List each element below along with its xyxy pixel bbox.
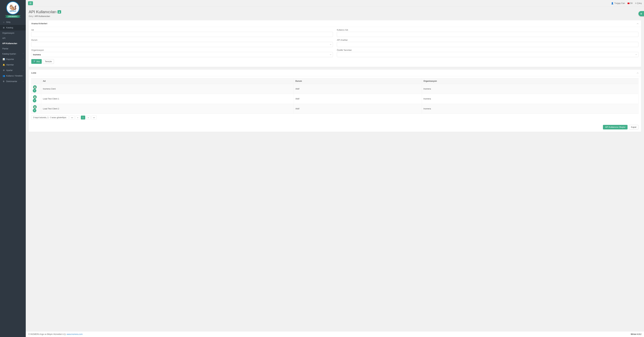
sidebar-item-organization[interactable]: Organizasyon	[0, 30, 26, 36]
topbar-user[interactable]: 👤 Turgay Can	[611, 2, 625, 4]
sidebar-item-catalog[interactable]: ⊞ Katalog ˅	[0, 25, 26, 30]
create-api-user-button[interactable]: API Kullanıcısı Oluştur	[603, 125, 628, 129]
sidebar-item-docs[interactable]: 🗎 Dokümanlar ‹	[0, 79, 26, 84]
clear-button[interactable]: Temizle	[43, 59, 54, 64]
settings-fab-button[interactable]: ⚙	[638, 11, 644, 16]
search-button[interactable]: 🔍 Ara	[31, 59, 42, 64]
pager-first[interactable]: ««	[70, 116, 75, 119]
sidebar-item-plans[interactable]: Planlar	[0, 46, 26, 51]
cell-durum: Aktif	[294, 84, 422, 94]
breadcrumb-home[interactable]: Giriş	[29, 15, 33, 17]
search-panel-title: Arama Kriterleri	[31, 22, 47, 25]
chevron-up-icon	[637, 73, 638, 74]
svg-point-3	[59, 11, 60, 12]
breadcrumb-current: API Kullanıcıları	[34, 15, 50, 17]
list-panel-title: Liste	[31, 72, 36, 74]
select-durum[interactable]	[31, 42, 333, 47]
label-kullanici-adi: Kullanıcı Adı	[337, 29, 638, 31]
footer-version: Mirket 4.9.2	[631, 333, 642, 335]
results-table: Ad Durum Organizasyon 📋✎Inomera CientAkt…	[31, 78, 638, 114]
chevron-down-icon: ˅	[23, 27, 24, 28]
view-button[interactable]: 📋	[33, 105, 37, 109]
pencil-icon: ✎	[34, 100, 35, 102]
bell-icon: 🔔	[2, 64, 5, 66]
chevron-left-icon: ‹	[23, 58, 24, 60]
sidebar-item-api-users[interactable]: API Kullanıcıları	[0, 41, 26, 46]
label-durum: Durum	[31, 39, 333, 41]
sidebar-item-catalog-settings[interactable]: Katalog Ayarları ‹	[0, 51, 26, 56]
sidebar-label: Katalog Ayarları	[2, 53, 16, 55]
table-row: 📋✎Load Test Client 2AktifInomera	[32, 104, 638, 114]
sidebar-label: Ayarlar	[6, 69, 12, 71]
lang-label: Dil	[630, 2, 632, 4]
chevron-left-icon: ‹	[23, 75, 24, 77]
collapse-toggle[interactable]	[637, 72, 638, 74]
edit-button[interactable]: ✎	[33, 109, 36, 112]
search-button-label: Ara	[36, 60, 40, 63]
logo-area: 🐿️ PRIMARY	[0, 0, 26, 19]
collapse-toggle[interactable]	[637, 22, 638, 25]
edit-button[interactable]: ✎	[33, 89, 36, 92]
sidebar-item-home[interactable]: ⌂ Giriş	[0, 19, 26, 25]
user-name: Turgay Can	[614, 2, 625, 4]
gears-icon: ⚙	[640, 12, 642, 15]
logo-icon: 🐿️	[9, 3, 17, 11]
sidebar-item-api[interactable]: API	[0, 36, 26, 41]
close-button[interactable]: Kapat	[629, 125, 638, 129]
select-ozellik[interactable]	[337, 52, 638, 57]
menu-icon	[30, 2, 32, 4]
view-button[interactable]: 📋	[33, 85, 37, 89]
gears-icon: ⚙	[2, 69, 5, 71]
table-row: 📋✎Inomera CientAktifInomera	[32, 84, 638, 94]
pager-page-1[interactable]: 1	[81, 116, 85, 119]
col-durum: Durum	[294, 78, 422, 84]
sidebar-item-user-mgmt[interactable]: 👥 Kullanıcı Yönetimi ‹	[0, 73, 26, 79]
col-organizasyon: Organizasyon	[422, 78, 638, 84]
topbar-logout[interactable]: ⎋ Çıkış	[635, 2, 642, 4]
label-ad: Ad	[31, 29, 333, 31]
env-ribbon: PRIMARY	[7, 15, 19, 18]
label-ozellik: Özellik Tanımları	[337, 49, 638, 51]
sidebar-item-settings[interactable]: ⚙ Ayarlar ‹	[0, 67, 26, 73]
logo: 🐿️	[6, 1, 20, 15]
sidebar-label: Kullanıcı Yönetimi	[6, 75, 22, 77]
label-api-anahtar: API Anahtar	[337, 39, 638, 41]
cell-durum: Aktif	[294, 104, 422, 114]
edit-button[interactable]: ✎	[33, 99, 36, 102]
chevron-up-icon	[637, 23, 638, 24]
sitemap-icon: ⊞	[2, 26, 5, 29]
home-icon: ⌂	[2, 21, 5, 23]
logout-label: Çıkış	[637, 2, 642, 4]
pencil-icon: ✎	[34, 90, 35, 92]
footer-copyright: © INOMERA Arge ve Bilişim Hizmetleri A.Ş…	[28, 333, 67, 335]
pager-next[interactable]: »	[86, 116, 90, 119]
sidebar-item-reports[interactable]: 📊 Raporlar ‹	[0, 56, 26, 62]
pager-last[interactable]: »»	[92, 116, 97, 119]
chevron-left-icon: ‹	[23, 53, 24, 54]
footer-link[interactable]: www.inomera.com	[67, 333, 82, 335]
user-icon: 👤	[611, 2, 614, 4]
clipboard-icon: 📋	[34, 96, 36, 98]
view-button[interactable]: 📋	[33, 95, 37, 99]
id-badge-icon	[58, 10, 61, 13]
sidebar-label: Raporlar	[6, 58, 14, 60]
input-ad[interactable]	[31, 32, 333, 37]
logout-icon: ⎋	[635, 2, 636, 4]
input-api-anahtar[interactable]	[337, 42, 638, 47]
page-title-text: API Kullanıcıları	[29, 9, 56, 14]
sidebar-item-alarms[interactable]: 🔔 Alarmlar	[0, 62, 26, 67]
search-icon: 🔍	[34, 60, 36, 63]
pager-prev[interactable]: «	[76, 116, 80, 119]
sidebar-toggle-button[interactable]	[28, 1, 33, 5]
footer: © INOMERA Arge ve Bilişim Hizmetleri A.Ş…	[26, 331, 644, 337]
breadcrumb: Giriş / API Kullanıcıları	[29, 15, 641, 17]
page-title: API Kullanıcıları	[29, 9, 641, 14]
input-kullanici-adi[interactable]	[337, 32, 638, 37]
cell-organizasyon: Inomera	[422, 84, 638, 94]
sidebar-label: Alarmlar	[6, 64, 14, 66]
select-organizasyon[interactable]: Inomera	[31, 52, 333, 57]
topbar-language[interactable]: Dil	[628, 2, 632, 4]
file-icon: 🗎	[2, 80, 5, 82]
cell-ad: Load Test Client 1	[41, 94, 294, 104]
col-actions	[32, 78, 41, 84]
